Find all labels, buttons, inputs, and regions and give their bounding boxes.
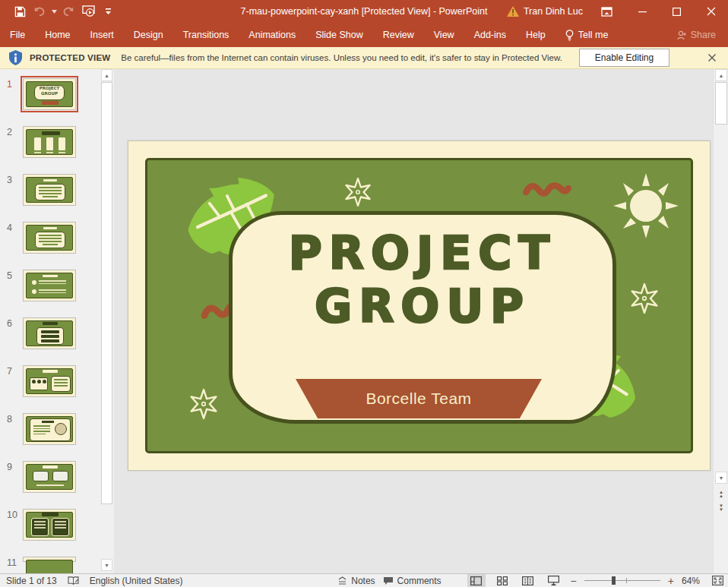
scroll-down-icon[interactable]: ▼ [101, 559, 112, 571]
tab-help[interactable]: Help [516, 23, 555, 47]
thumbnail-row-7: 7 [0, 365, 99, 397]
notes-label: Notes [351, 576, 375, 586]
normal-view-icon[interactable] [467, 574, 486, 587]
close-icon[interactable] [694, 0, 728, 23]
tab-transitions[interactable]: Transitions [173, 23, 239, 47]
ribbon-tab-bar: FileHomeInsertDesignTransitionsAnimation… [0, 23, 728, 47]
tab-add-ins[interactable]: Add-ins [464, 23, 516, 47]
tab-review[interactable]: Review [373, 23, 424, 47]
slide-thumbnail-2[interactable] [23, 126, 76, 158]
scroll-down-icon[interactable]: ▼ [715, 472, 727, 484]
tab-insert[interactable]: Insert [81, 23, 124, 47]
language-indicator[interactable]: English (United States) [90, 576, 183, 586]
slide-number: 4 [0, 222, 23, 233]
slide-number: 1 [0, 78, 23, 90]
maximize-icon[interactable] [660, 0, 694, 23]
subtitle-text: Borcelle Team [366, 390, 471, 408]
slide-thumbnail-panel: 1PROJECTGROUP234567891011 ▲ ▼ [0, 69, 114, 573]
user-name: Tran Dinh Luc [524, 6, 583, 17]
customize-qat-icon[interactable] [99, 2, 117, 21]
slide-number: 9 [0, 461, 23, 472]
slide-number: 5 [0, 270, 23, 281]
zoom-out-icon[interactable]: − [571, 575, 577, 587]
undo-dropdown-icon [50, 2, 58, 21]
comments-button[interactable]: Comments [383, 576, 442, 586]
tab-design[interactable]: Design [124, 23, 173, 47]
tell-me-box[interactable]: Tell me [555, 23, 619, 47]
enable-editing-button[interactable]: Enable Editing [579, 49, 669, 67]
slide-thumbnail-4[interactable] [23, 222, 76, 254]
scroll-up-icon[interactable]: ▲ [715, 69, 727, 81]
slide-show-icon[interactable] [545, 574, 563, 587]
thumbnail-row-11: 11 [0, 557, 99, 568]
comments-icon [383, 576, 394, 585]
zoom-slider[interactable] [584, 574, 660, 587]
reading-view-icon[interactable] [519, 574, 537, 587]
share-label: Share [691, 30, 716, 40]
tell-me-label: Tell me [578, 30, 609, 40]
slide-number: 7 [0, 365, 23, 377]
canvas-scrollbar[interactable]: ▲ ▼ ▲▲ ▼▼ [713, 69, 728, 573]
thumbnail-row-6: 6 [0, 317, 99, 349]
zoom-in-icon[interactable]: + [668, 575, 674, 587]
save-icon[interactable] [11, 2, 29, 21]
start-from-beginning-icon[interactable] [79, 2, 97, 21]
tab-file[interactable]: File [0, 23, 35, 47]
slide-thumbnail-5[interactable] [23, 270, 76, 301]
tab-view[interactable]: View [424, 23, 464, 47]
share-button[interactable]: Share [665, 30, 728, 40]
sun-icon [612, 172, 680, 240]
tab-home[interactable]: Home [35, 23, 80, 47]
next-slide-button[interactable]: ▼▼ [715, 502, 727, 513]
tab-slide-show[interactable]: Slide Show [305, 23, 373, 47]
comments-label: Comments [397, 576, 442, 586]
slide-thumbnail-7[interactable] [23, 365, 76, 397]
thumbnail-row-8: 8 [0, 413, 99, 445]
fit-to-window-icon[interactable] [712, 576, 723, 585]
slide-number: 11 [0, 557, 23, 568]
redo-icon [59, 2, 78, 21]
shield-info-icon [9, 50, 22, 65]
quick-access-toolbar [0, 2, 117, 21]
slide-thumbnail-9[interactable] [23, 461, 76, 493]
star-right [628, 282, 660, 314]
workspace: 1PROJECTGROUP234567891011 ▲ ▼ [0, 69, 728, 573]
slide-thumbnail-11[interactable] [23, 557, 76, 562]
slide-indicator[interactable]: Slide 1 of 13 [6, 576, 57, 586]
slide-sorter-icon[interactable] [493, 574, 511, 587]
ribbon-display-options-icon[interactable] [593, 0, 619, 23]
subtitle-banner[interactable]: Borcelle Team [296, 379, 542, 418]
thumbnail-scrollbar-thumb[interactable] [101, 82, 112, 504]
protected-view-message: Be careful—files from the Internet can c… [121, 53, 562, 62]
slide-thumbnail-3[interactable] [23, 174, 76, 206]
star-top [343, 177, 373, 207]
slide-title[interactable]: PROJECT GROUP [229, 226, 616, 333]
titlebar: 7-mau-powerpoint-cay-xanh [Protected Vie… [0, 0, 728, 23]
zoom-slider-thumb[interactable] [612, 576, 616, 585]
slide-thumbnail-6[interactable] [23, 317, 76, 349]
thumbnail-row-2: 2 [0, 126, 99, 158]
powerpoint-window: 7-mau-powerpoint-cay-xanh [Protected Vie… [0, 0, 728, 587]
minimize-icon[interactable] [625, 0, 660, 23]
star-bottom-left [188, 388, 220, 420]
thumbnail-scrollbar[interactable]: ▲ ▼ [101, 69, 112, 573]
slide-1[interactable]: PROJECT GROUP Borcelle Team [128, 140, 711, 471]
tab-animations[interactable]: Animations [239, 23, 305, 47]
notes-button[interactable]: Notes [337, 576, 375, 586]
share-person-icon [677, 30, 687, 40]
close-icon[interactable] [704, 49, 720, 66]
protected-view-label: PROTECTED VIEW [30, 53, 110, 62]
slide-title-line1: PROJECT [229, 226, 616, 279]
slide-number: 10 [0, 509, 23, 520]
previous-slide-button[interactable]: ▲▲ [715, 488, 727, 500]
spellcheck-book-icon[interactable] [68, 576, 79, 585]
zoom-level[interactable]: 64% [682, 576, 700, 586]
canvas-scrollbar-thumb[interactable] [715, 82, 727, 125]
slide-thumbnail-10[interactable] [23, 509, 76, 541]
account-area[interactable]: Tran Dinh Luc [507, 6, 583, 17]
slide-thumbnail-8[interactable] [23, 413, 76, 445]
slide-thumbnail-1[interactable]: PROJECTGROUP [23, 78, 76, 110]
slide-canvas: PROJECT GROUP Borcelle Team [114, 69, 713, 573]
thumbnail-row-3: 3 [0, 174, 99, 206]
scroll-up-icon[interactable]: ▲ [101, 69, 112, 81]
